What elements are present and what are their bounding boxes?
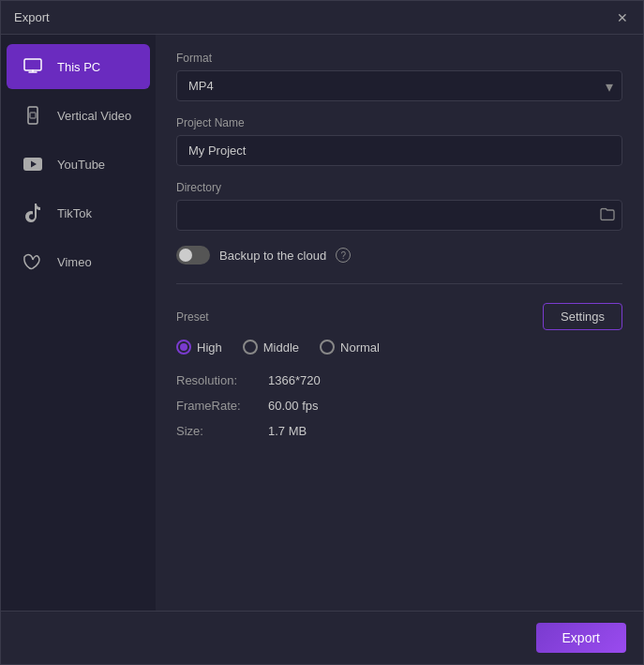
svg-rect-2 <box>30 113 36 118</box>
project-name-input[interactable] <box>176 135 622 166</box>
backup-row: Backup to the cloud ? <box>176 246 622 264</box>
info-table: Resolution: 1366*720 FrameRate: 60.00 fp… <box>176 373 622 438</box>
directory-label: Directory <box>176 181 622 194</box>
size-value: 1.7 MB <box>268 424 307 438</box>
divider <box>176 283 622 284</box>
export-button[interactable]: Export <box>536 623 626 653</box>
preset-radio-group: High Middle Normal <box>176 340 622 355</box>
framerate-value: 60.00 fps <box>268 399 319 413</box>
framerate-row: FrameRate: 60.00 fps <box>176 399 622 413</box>
sidebar-item-vimeo[interactable]: Vimeo <box>7 239 150 284</box>
pc-icon <box>20 53 46 80</box>
radio-normal-circle <box>320 340 335 355</box>
sidebar: This PC Vertical Video <box>1 35 156 611</box>
title-bar: Export ✕ <box>1 1 643 35</box>
preset-middle-label: Middle <box>263 340 299 355</box>
svg-rect-0 <box>24 59 41 70</box>
vertical-video-icon <box>20 102 46 128</box>
resolution-value: 1366*720 <box>268 373 321 387</box>
format-group: Format MP4 MOV AVI MKV GIF ▾ <box>176 52 622 101</box>
directory-input[interactable] <box>176 200 622 231</box>
sidebar-item-this-pc[interactable]: This PC <box>7 44 150 89</box>
preset-radio-high[interactable]: High <box>176 340 222 355</box>
format-select[interactable]: MP4 MOV AVI MKV GIF <box>176 70 622 101</box>
tiktok-icon <box>20 200 46 226</box>
preset-normal-label: Normal <box>340 340 380 355</box>
preset-label: Preset <box>176 310 209 324</box>
format-select-wrapper: MP4 MOV AVI MKV GIF ▾ <box>176 70 622 101</box>
export-window: Export ✕ This PC <box>0 0 644 665</box>
sidebar-item-vertical-video-label: Vertical Video <box>57 109 131 123</box>
preset-radio-normal[interactable]: Normal <box>320 340 380 355</box>
size-row: Size: 1.7 MB <box>176 424 622 438</box>
backup-toggle[interactable] <box>176 246 210 264</box>
main-content: This PC Vertical Video <box>1 35 643 611</box>
framerate-key: FrameRate: <box>176 399 261 413</box>
directory-wrapper <box>176 200 622 231</box>
settings-button[interactable]: Settings <box>543 303 622 330</box>
size-key: Size: <box>176 424 261 438</box>
sidebar-item-vimeo-label: Vimeo <box>57 255 92 269</box>
radio-middle-circle <box>243 340 258 355</box>
browse-folder-button[interactable] <box>600 207 615 223</box>
vimeo-icon <box>20 249 46 275</box>
radio-high-circle <box>176 340 191 355</box>
preset-high-label: High <box>197 340 222 355</box>
window-title: Export <box>14 10 50 24</box>
project-name-group: Project Name <box>176 116 622 166</box>
sidebar-item-youtube[interactable]: YouTube <box>7 142 150 187</box>
preset-radio-middle[interactable]: Middle <box>243 340 299 355</box>
help-icon[interactable]: ? <box>336 248 351 263</box>
backup-label: Backup to the cloud <box>219 249 326 263</box>
resolution-row: Resolution: 1366*720 <box>176 373 622 387</box>
sidebar-item-youtube-label: YouTube <box>57 158 105 172</box>
project-name-label: Project Name <box>176 116 622 129</box>
directory-group: Directory <box>176 181 622 231</box>
sidebar-item-tiktok[interactable]: TikTok <box>7 190 150 235</box>
sidebar-item-this-pc-label: This PC <box>57 60 100 74</box>
bottom-bar: Export <box>1 611 643 664</box>
format-label: Format <box>176 52 622 65</box>
close-button[interactable]: ✕ <box>615 10 630 25</box>
preset-header: Preset Settings <box>176 303 622 330</box>
resolution-key: Resolution: <box>176 373 261 387</box>
preset-section: Preset Settings High Middle <box>176 303 622 355</box>
youtube-icon <box>20 151 46 177</box>
right-panel: Format MP4 MOV AVI MKV GIF ▾ Project Nam… <box>156 35 643 611</box>
sidebar-item-tiktok-label: TikTok <box>57 206 92 220</box>
sidebar-item-vertical-video[interactable]: Vertical Video <box>7 93 150 138</box>
